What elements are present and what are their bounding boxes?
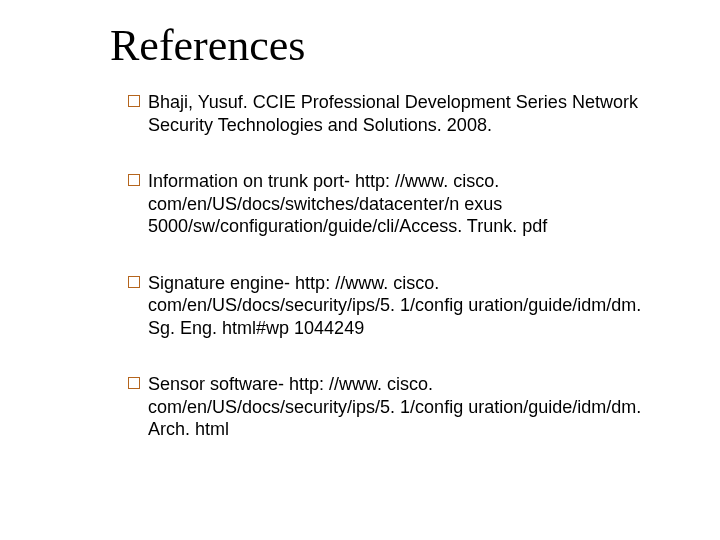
reference-text: Signature engine- http: //www. cisco. co… bbox=[148, 273, 641, 338]
page-title: References bbox=[110, 20, 660, 71]
reference-text: Bhaji, Yusuf. CCIE Professional Developm… bbox=[148, 92, 638, 135]
bullet-square-icon bbox=[128, 95, 140, 107]
list-item: Signature engine- http: //www. cisco. co… bbox=[128, 272, 660, 340]
reference-text: Information on trunk port- http: //www. … bbox=[148, 171, 547, 236]
list-item: Bhaji, Yusuf. CCIE Professional Developm… bbox=[128, 91, 660, 136]
bullet-square-icon bbox=[128, 174, 140, 186]
list-item: Information on trunk port- http: //www. … bbox=[128, 170, 660, 238]
reference-text: Sensor software- http: //www. cisco. com… bbox=[148, 374, 641, 439]
bullet-square-icon bbox=[128, 276, 140, 288]
slide: References Bhaji, Yusuf. CCIE Profession… bbox=[0, 0, 720, 540]
list-item: Sensor software- http: //www. cisco. com… bbox=[128, 373, 660, 441]
reference-list: Bhaji, Yusuf. CCIE Professional Developm… bbox=[128, 91, 660, 441]
bullet-square-icon bbox=[128, 377, 140, 389]
